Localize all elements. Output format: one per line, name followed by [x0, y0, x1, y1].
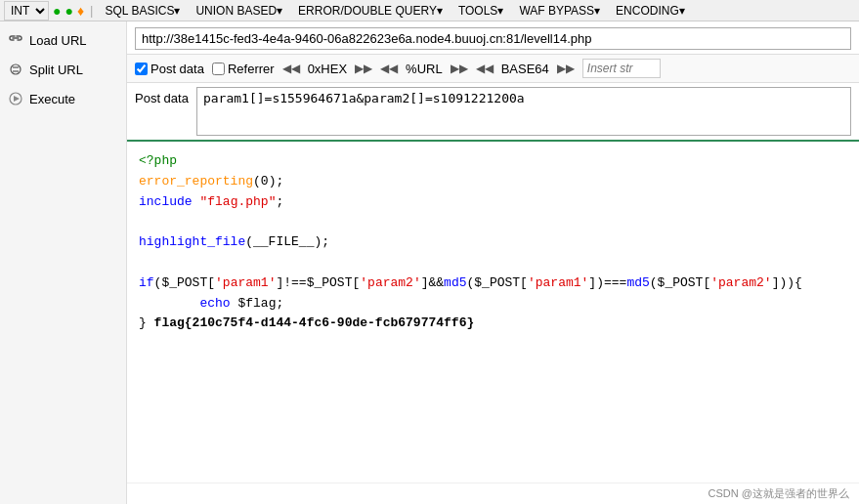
code-line-8: echo $flag; [139, 294, 847, 315]
pcturl-left-arrow[interactable]: ◀◀ [380, 62, 398, 75]
postdata-section: Post data param1[]=s155964671a&param2[]=… [127, 83, 859, 142]
code-line-7: if($_POST['param1']!==$_POST['param2']&&… [139, 273, 847, 294]
sidebar-load-url[interactable]: Load URL [0, 25, 126, 55]
execute-label: Execute [29, 92, 75, 106]
code-line-9: } flag{210c75f4-d144-4fc6-90de-fcb679774… [139, 314, 847, 334]
code-function-error: error_reporting [139, 174, 253, 189]
post-data-checkbox[interactable] [135, 63, 148, 75]
sidebar: Load URL Split URL Execute [0, 21, 127, 504]
base64-left-arrow[interactable]: ◀◀ [476, 62, 494, 75]
base64-label: BASE64 [501, 62, 549, 76]
code-line-4 [139, 212, 847, 232]
svg-marker-4 [14, 96, 20, 102]
menu-union-based[interactable]: UNION BASED▾ [190, 2, 288, 20]
insert-str-input[interactable] [582, 59, 661, 78]
split-url-label: Split URL [29, 63, 83, 77]
dot-green-icon: ● [53, 3, 61, 19]
main-layout: Load URL Split URL Execute [0, 21, 859, 504]
footer-text: CSDN @这就是强者的世界么 [709, 486, 849, 501]
referrer-checkbox[interactable] [212, 63, 225, 75]
code-line-1: <?php [139, 151, 847, 172]
menu-tools[interactable]: TOOLS▾ [452, 2, 509, 20]
pcturl-right-arrow[interactable]: ▶▶ [451, 62, 468, 75]
postdata-label: Post data [135, 87, 189, 105]
postdata-textarea[interactable]: param1[]=s155964671a&param2[]=s109122120… [196, 87, 851, 136]
menu-waf-bypass[interactable]: WAF BYPASS▾ [513, 2, 606, 20]
code-line-2: error_reporting(0); [139, 172, 847, 192]
sidebar-execute[interactable]: Execute [0, 84, 126, 113]
url-input[interactable] [135, 27, 851, 50]
separator: | [90, 3, 93, 18]
code-line-3: include "flag.php"; [139, 192, 847, 213]
menu-error-double[interactable]: ERROR/DOUBLE QUERY▾ [292, 2, 449, 20]
int-dropdown[interactable]: INT [4, 1, 49, 21]
url-section [127, 21, 859, 55]
oxhex-left-arrow[interactable]: ◀◀ [282, 62, 300, 75]
menu-sql-basics[interactable]: SQL BASICS▾ [99, 2, 186, 20]
menu-bar: INT ● ● ♦ | SQL BASICS▾ UNION BASED▾ ERR… [0, 0, 859, 21]
dot-orange-icon: ♦ [77, 3, 84, 19]
options-bar: Post data Referrer ◀◀ 0xHEX ▶▶ ◀◀ %URL ▶… [127, 55, 859, 83]
post-data-option-label: Post data [150, 62, 204, 76]
referrer-option-label: Referrer [228, 62, 275, 76]
code-area: <?php error_reporting(0); include "flag.… [127, 142, 859, 483]
svg-point-0 [11, 64, 21, 74]
pcturl-label: %URL [406, 62, 443, 76]
split-icon [8, 62, 23, 77]
footer: CSDN @这就是强者的世界么 [127, 483, 859, 504]
base64-right-arrow[interactable]: ▶▶ [557, 62, 575, 75]
code-line-6 [139, 253, 847, 273]
menu-encoding[interactable]: ENCODING▾ [610, 2, 691, 20]
referrer-checkbox-label[interactable]: Referrer [212, 62, 275, 76]
link-icon [8, 32, 23, 48]
dot-green2-icon: ● [64, 3, 72, 19]
oxhex-right-arrow[interactable]: ▶▶ [355, 62, 372, 75]
content-area: Post data Referrer ◀◀ 0xHEX ▶▶ ◀◀ %URL ▶… [127, 21, 859, 504]
play-icon [8, 91, 23, 106]
post-data-checkbox-label[interactable]: Post data [135, 62, 204, 76]
oxhex-label: 0xHEX [308, 62, 347, 76]
code-line-5: highlight_file(__FILE__); [139, 232, 847, 253]
load-url-label: Load URL [29, 33, 87, 48]
sidebar-split-url[interactable]: Split URL [0, 55, 126, 84]
code-keyword-include: include [139, 194, 193, 209]
